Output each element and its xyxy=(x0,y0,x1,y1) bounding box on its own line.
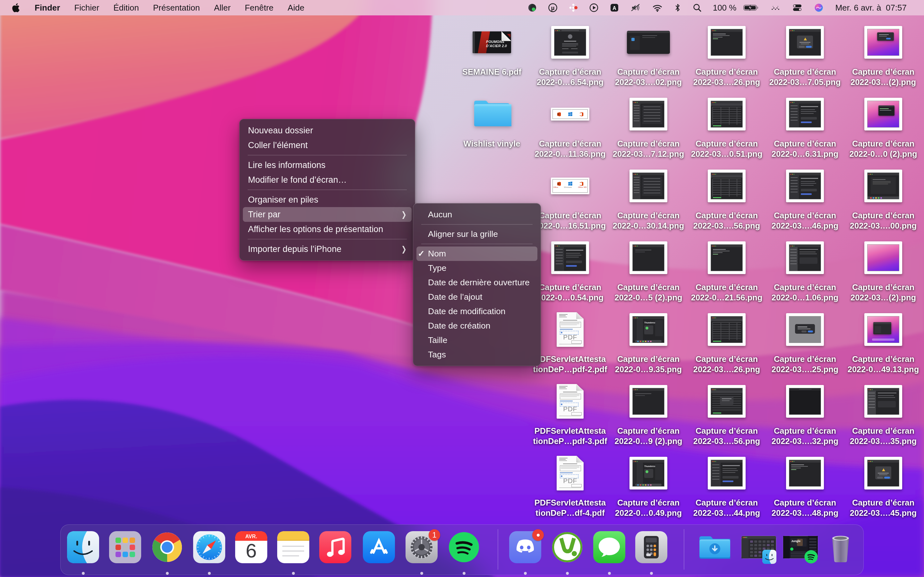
desktop-icon[interactable]: PDF PDFServletAttesta tionDeP…pdf-3.pdf xyxy=(531,378,609,446)
desktop-icon[interactable]: Capture d’écran 2022-03….32.png xyxy=(766,378,844,446)
menubar-menu-fichier[interactable]: Fichier xyxy=(67,0,106,15)
dock-app-store[interactable] xyxy=(363,531,395,563)
app-circle-icon[interactable] xyxy=(522,0,543,15)
dock-safari[interactable] xyxy=(193,531,225,563)
decoration xyxy=(722,465,740,466)
menubar-menu-fentre[interactable]: Fenêtre xyxy=(238,0,281,15)
desktop-icon[interactable]: Capture d’écran 2022-0…21.56.png xyxy=(688,234,766,303)
desktop-icon[interactable]: Capture d’écran 2022-0…6.54.png xyxy=(531,19,609,87)
desktop-icon[interactable]: Capture d’écran 2022-03….48.png xyxy=(766,450,844,518)
desktop-icon[interactable]: Capture d’écran 2022-03…(2).png xyxy=(844,234,922,303)
desktop-icon[interactable]: Capture d’écran 2022-03….26.png xyxy=(688,306,766,374)
siri-icon[interactable] xyxy=(808,0,829,15)
dock-finder[interactable] xyxy=(67,531,99,563)
desktop-icon[interactable]: Capture d’écran 2022-0…5 (2).png xyxy=(609,234,688,303)
desktop-icon[interactable]: Capture d’écran 2022-0…11.36.png xyxy=(531,91,609,159)
dock-downloads[interactable] xyxy=(698,531,730,563)
keyboard-layout-icon[interactable]: A xyxy=(604,0,625,15)
control-center-icon[interactable] xyxy=(787,0,808,15)
desktop-icon[interactable]: Capture d’écran 2022-03…(2).png xyxy=(844,19,922,87)
bluetooth-icon[interactable] xyxy=(668,0,687,15)
desktop-icon[interactable]: Capture d’écran 2022-03….02.png xyxy=(609,19,688,87)
submenu-item-taille[interactable]: Taille xyxy=(413,333,541,348)
desktop-icon[interactable]: ThundercatCapture d’écran 2022-0…9.35.pn… xyxy=(609,306,688,374)
menubar-app-name[interactable]: Finder xyxy=(27,3,67,13)
battery-icon[interactable] xyxy=(738,0,764,15)
desktop-icon-thumbnail xyxy=(864,234,902,281)
dock-discord[interactable] xyxy=(509,531,541,563)
desktop-icon[interactable]: POUMONSD’ACIER 2.0SEMAINE 6.pdf xyxy=(453,19,531,77)
submenu-item-tags[interactable]: Tags xyxy=(413,348,541,362)
dock-utorrent[interactable] xyxy=(551,531,583,563)
desktop-icon[interactable]: Capture d’écran 2022-0…9 (2).png xyxy=(609,378,688,446)
desktop-icon[interactable]: PDF PDFServletAttesta tionDeP…df-4.pdf xyxy=(531,450,609,518)
dock-window-finder[interactable] xyxy=(741,531,773,563)
desktop-icon[interactable]: Capture d’écran 2022-0…6.31.png xyxy=(766,91,844,159)
context-menu-item-modifier-le-fond-d-cran[interactable]: Modifier le fond d’écran… xyxy=(240,172,415,187)
icon-graphic xyxy=(277,531,309,563)
dock-messages[interactable] xyxy=(593,531,625,563)
decoration xyxy=(552,179,588,193)
apple-menu-icon[interactable] xyxy=(0,0,27,15)
submenu-item-aucun[interactable]: Aucun xyxy=(413,207,541,222)
dock-music[interactable] xyxy=(319,531,351,563)
dots-app-icon[interactable] xyxy=(563,0,583,15)
spotlight-icon[interactable] xyxy=(687,0,708,15)
dock-calendar[interactable]: AVR. 6 xyxy=(235,531,267,563)
desktop-icon[interactable]: Capture d’écran 2022-0…0 (2).png xyxy=(844,91,922,159)
context-menu-item-organiser-en-piles[interactable]: Organiser en piles xyxy=(240,192,415,207)
desktop-icon[interactable]: Capture d’écran 2022-03….56.png xyxy=(688,378,766,446)
desktop-icon[interactable]: Capture d’écran 2022-0…30.14.png xyxy=(609,163,688,231)
context-menu-item-nouveau-dossier[interactable]: Nouveau dossier xyxy=(240,123,415,138)
desktop-icon[interactable]: Capture d’écran 2022-03…7.05.png xyxy=(766,19,844,87)
desktop-icon[interactable]: Capture d’écran 2022-0…49.13.png xyxy=(844,306,922,374)
desktop-icon[interactable]: Capture d’écran 2022-03….56.png xyxy=(688,163,766,231)
mute-icon[interactable] xyxy=(625,0,646,15)
menubar-clock[interactable]: Mer. 6 avr. à 07:57 xyxy=(829,0,924,15)
desktop-icon[interactable]: Capture d’écran 2022-0…0.54.png xyxy=(531,234,609,303)
desktop-icon[interactable]: Capture d’écran 2022-03…7.12.png xyxy=(609,91,688,159)
desktop-icon[interactable]: Capture d’écran 2022-0…1.06.png xyxy=(766,234,844,303)
context-menu-item-coller-l-l-ment[interactable]: Coller l’élément xyxy=(240,138,415,153)
dock-window-spotify[interactable]: Jungle xyxy=(783,531,815,563)
desktop-icon[interactable]: Capture d’écran 2022-03….45.png xyxy=(844,450,922,518)
dock-trash[interactable] xyxy=(825,531,857,563)
dock-system-preferences[interactable]: 1 xyxy=(405,531,438,563)
menubar-menu-dition[interactable]: Édition xyxy=(106,0,146,15)
context-menu-item-afficher-les-options-de-pr-sentation[interactable]: Afficher les options de présentation xyxy=(240,222,415,237)
colloquy-icon[interactable] xyxy=(764,0,787,15)
desktop-icon[interactable]: Capture d’écran 2022-03….44.png xyxy=(688,450,766,518)
menubar-menu-aide[interactable]: Aide xyxy=(281,0,312,15)
context-menu-item-trier-par[interactable]: Trier par❯ xyxy=(240,207,415,222)
context-menu-item-lire-les-informations[interactable]: Lire les informations xyxy=(240,158,415,172)
submenu-item-aligner-sur-la-grille[interactable]: Aligner sur la grille xyxy=(413,227,541,242)
submenu-item-date-de-modification[interactable]: Date de modification xyxy=(413,304,541,319)
desktop-icon[interactable]: ThundercatCapture d’écran 2022-0…0.49.pn… xyxy=(609,450,688,518)
dock-spotify[interactable] xyxy=(448,531,480,563)
desktop-icon[interactable]: Capture d’écran 2022-03….46.png xyxy=(766,163,844,231)
submenu-item-date-de-l-ajout[interactable]: Date de l’ajout xyxy=(413,290,541,304)
submenu-item-type[interactable]: Type xyxy=(413,261,541,276)
submenu-item-date-de-derni-re-ouverture[interactable]: Date de dernière ouverture xyxy=(413,276,541,290)
context-menu-item-importer-depuis-l-iphone[interactable]: Importer depuis l’iPhone❯ xyxy=(240,242,415,256)
desktop-icon[interactable]: Capture d’écran 2022-03…0.51.png xyxy=(688,91,766,159)
utorrent-icon[interactable]: µ xyxy=(543,0,563,15)
desktop-icon[interactable]: Capture d’écran 2022-03….26.png xyxy=(688,19,766,87)
submenu-item-nom[interactable]: ✓Nom xyxy=(413,247,541,261)
menubar-menu-prsentation[interactable]: Présentation xyxy=(146,0,207,15)
desktop-icon[interactable]: Capture d’écran 2022-03….35.png xyxy=(844,378,922,446)
submenu-item-date-de-cr-ation[interactable]: Date de création xyxy=(413,319,541,333)
battery-percent[interactable]: 100 % xyxy=(708,0,738,15)
desktop-icon[interactable]: PDF PDFServletAttesta tionDeP…pdf-2.pdf xyxy=(531,306,609,374)
dock-chrome[interactable] xyxy=(151,531,183,563)
play-circle-icon[interactable] xyxy=(583,0,604,15)
desktop-icon[interactable]: Capture d’écran 2022-03….25.png xyxy=(766,306,844,374)
dock-calculator[interactable] xyxy=(635,531,667,563)
menubar-menu-aller[interactable]: Aller xyxy=(207,0,238,15)
dock-launchpad[interactable] xyxy=(109,531,141,563)
desktop-icon[interactable]: OfficeWindowsOffice 365Capture d’écran 2… xyxy=(531,163,609,231)
desktop-icon[interactable]: Wishlist vinyle xyxy=(453,91,531,149)
wifi-icon[interactable] xyxy=(646,0,668,15)
desktop-icon[interactable]: Capture d’écran 2022-03….00.png xyxy=(844,163,922,231)
dock-notes[interactable] xyxy=(277,531,309,563)
